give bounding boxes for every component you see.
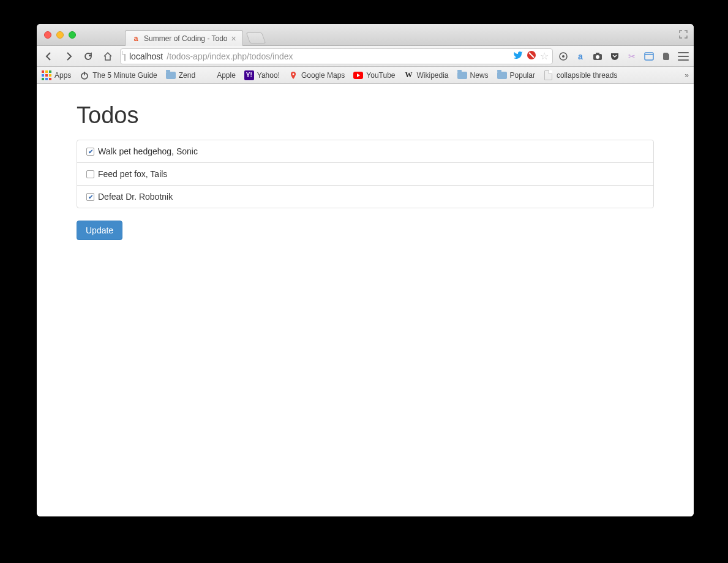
zoom-window-button[interactable] xyxy=(69,31,76,39)
svg-rect-5 xyxy=(596,53,599,55)
bookmark-label: Google Maps xyxy=(301,71,345,80)
power-icon xyxy=(80,70,89,80)
wikipedia-icon: W xyxy=(404,70,414,80)
bookmark-collapsible[interactable]: collapsible threads xyxy=(544,70,617,80)
titlebar: a Summer of Coding - Todo × xyxy=(37,24,694,46)
twitter-icon[interactable] xyxy=(513,50,523,62)
extension-icons: a ✂ xyxy=(558,51,689,62)
browser-toolbar: localhost/todos-app/index.php/todos/inde… xyxy=(37,46,694,67)
todo-label: Walk pet hedgehog, Sonic xyxy=(98,146,198,156)
list-item: Feed pet fox, Tails xyxy=(77,163,653,186)
reload-button[interactable] xyxy=(81,49,96,64)
svg-point-2 xyxy=(562,55,565,58)
bookmark-label: YouTube xyxy=(366,71,395,80)
folder-icon xyxy=(166,70,176,80)
bookmark-yahoo[interactable]: Y! Yahoo! xyxy=(244,70,280,80)
bookmark-label: Zend xyxy=(179,71,195,80)
forward-button[interactable] xyxy=(61,49,76,64)
urlbar-action-icons: ☆ xyxy=(513,50,549,62)
todo-checkbox[interactable] xyxy=(86,170,94,178)
new-tab-button[interactable] xyxy=(246,32,266,43)
update-button[interactable]: Update xyxy=(77,221,122,240)
bookmark-zend[interactable]: Zend xyxy=(166,70,195,80)
hamburger-menu-icon[interactable] xyxy=(678,52,689,61)
fullscreen-icon[interactable] xyxy=(679,30,688,39)
page-icon xyxy=(544,70,554,80)
tab-strip: a Summer of Coding - Todo × xyxy=(125,24,264,45)
home-button[interactable] xyxy=(100,49,115,64)
bookmark-label: Apple xyxy=(217,71,236,80)
bookmark-popular[interactable]: Popular xyxy=(497,70,535,80)
minimize-window-button[interactable] xyxy=(56,31,64,39)
page-icon xyxy=(124,51,126,61)
back-button[interactable] xyxy=(42,49,56,64)
apple-icon xyxy=(204,70,214,80)
extension-icon-scissors[interactable]: ✂ xyxy=(626,51,637,62)
close-tab-icon[interactable]: × xyxy=(231,34,236,43)
bookmark-youtube[interactable]: YouTube xyxy=(353,70,395,80)
page-content: Todos Walk pet hedgehog, Sonic Feed pet … xyxy=(37,84,694,516)
todo-label: Defeat Dr. Robotnik xyxy=(98,192,173,202)
bookmarks-bar: Apps The 5 Minute Guide Zend Apple Y! Ya… xyxy=(37,67,694,84)
folder-icon xyxy=(457,70,467,80)
tab-favicon-icon: a xyxy=(132,34,140,43)
todo-label: Feed pet fox, Tails xyxy=(98,169,167,179)
extension-icon-a[interactable]: a xyxy=(575,51,586,62)
url-bar[interactable]: localhost/todos-app/index.php/todos/inde… xyxy=(120,48,553,64)
apps-grid-icon xyxy=(42,70,51,80)
extension-icon-window[interactable] xyxy=(644,51,655,62)
browser-tab[interactable]: a Summer of Coding - Todo × xyxy=(125,30,243,46)
bookmark-label: Apps xyxy=(54,71,71,80)
folder-icon xyxy=(497,70,507,80)
star-icon[interactable]: ☆ xyxy=(540,50,549,62)
browser-window: a Summer of Coding - Todo × localhos xyxy=(37,24,694,516)
bookmarks-overflow-icon[interactable]: » xyxy=(685,71,689,80)
todo-checkbox[interactable] xyxy=(86,193,94,201)
url-path: /todos-app/index.php/todos/index xyxy=(167,51,293,61)
page-title: Todos xyxy=(77,102,654,129)
google-maps-icon xyxy=(288,70,298,80)
bookmark-wikipedia[interactable]: W Wikipedia xyxy=(404,70,449,80)
bookmark-apple[interactable]: Apple xyxy=(204,70,236,80)
list-item: Defeat Dr. Robotnik xyxy=(77,186,653,208)
bookmark-label: Popular xyxy=(510,71,535,80)
bookmark-label: The 5 Minute Guide xyxy=(92,71,157,80)
close-window-button[interactable] xyxy=(44,31,51,39)
svg-rect-6 xyxy=(645,53,653,60)
extension-icon-camera[interactable] xyxy=(592,51,603,62)
tab-title: Summer of Coding - Todo xyxy=(144,34,228,43)
pocket-icon[interactable] xyxy=(609,51,620,62)
bookmark-label: News xyxy=(470,71,489,80)
bookmark-label: Wikipedia xyxy=(417,71,449,80)
yahoo-icon: Y! xyxy=(244,70,254,80)
list-item: Walk pet hedgehog, Sonic xyxy=(77,140,653,163)
bookmark-label: Yahoo! xyxy=(257,71,280,80)
svg-point-10 xyxy=(292,73,294,75)
youtube-icon xyxy=(353,70,363,80)
adblock-icon[interactable] xyxy=(527,50,536,62)
bookmark-5minute[interactable]: The 5 Minute Guide xyxy=(80,70,157,80)
todos-list: Walk pet hedgehog, Sonic Feed pet fox, T… xyxy=(77,140,654,208)
bookmark-gmaps[interactable]: Google Maps xyxy=(288,70,345,80)
evernote-icon[interactable] xyxy=(661,51,672,62)
bookmark-label: collapsible threads xyxy=(557,71,617,80)
bookmark-apps[interactable]: Apps xyxy=(42,70,71,80)
bookmark-news[interactable]: News xyxy=(457,70,489,80)
url-host: localhost xyxy=(129,51,163,61)
extension-icon-circle[interactable] xyxy=(558,51,569,62)
todo-checkbox[interactable] xyxy=(86,148,94,156)
window-controls xyxy=(37,31,76,39)
svg-point-4 xyxy=(596,55,599,59)
